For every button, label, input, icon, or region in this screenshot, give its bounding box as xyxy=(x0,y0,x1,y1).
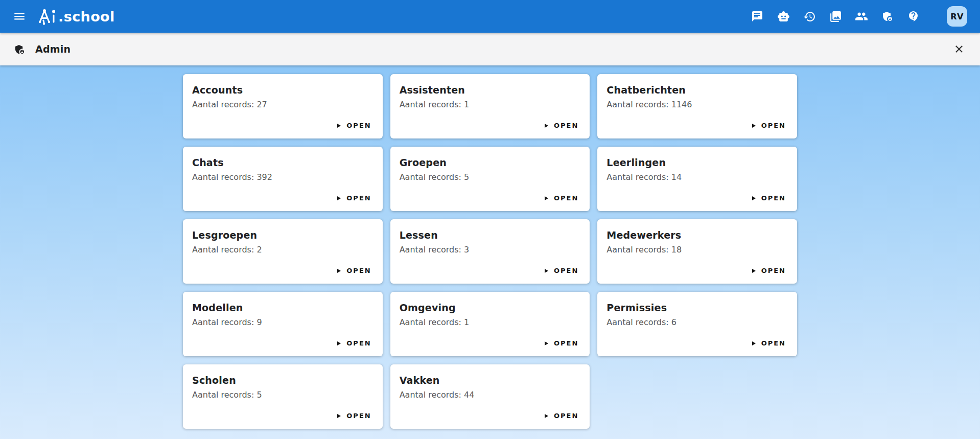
close-button[interactable] xyxy=(951,41,967,57)
card-record-count: Aantal records: 2 xyxy=(192,245,374,255)
robot-icon xyxy=(777,10,790,23)
play-arrow-icon xyxy=(752,124,756,128)
open-button[interactable]: OPEN xyxy=(540,335,584,351)
open-button-label: OPEN xyxy=(761,339,786,347)
card-record-count: Aantal records: 27 xyxy=(192,100,374,109)
app-logo[interactable]: .school xyxy=(37,7,115,26)
open-button-label: OPEN xyxy=(346,122,371,129)
open-button[interactable]: OPEN xyxy=(332,335,376,351)
open-button[interactable]: OPEN xyxy=(332,118,376,133)
play-arrow-icon xyxy=(337,269,341,273)
logo-text: .school xyxy=(58,10,115,24)
admin-card: Chats Aantal records: 392 OPEN xyxy=(183,147,383,211)
admin-header-bar: Admin xyxy=(0,33,980,65)
open-button-label: OPEN xyxy=(346,267,371,274)
open-button-label: OPEN xyxy=(761,122,786,129)
card-record-count: Aantal records: 44 xyxy=(400,390,581,400)
play-arrow-icon xyxy=(545,124,548,128)
assistant-robot-button[interactable] xyxy=(777,10,790,23)
close-icon xyxy=(953,43,965,55)
open-button[interactable]: OPEN xyxy=(747,335,791,351)
play-arrow-icon xyxy=(337,124,341,128)
open-button-label: OPEN xyxy=(554,194,578,202)
ai-logo-glyph xyxy=(37,7,58,26)
card-record-count: Aantal records: 392 xyxy=(192,172,374,182)
card-title: Scholen xyxy=(192,375,374,386)
card-record-count: Aantal records: 1146 xyxy=(606,100,788,109)
card-title: Assistenten xyxy=(400,84,581,96)
card-title: Groepen xyxy=(400,157,581,168)
photo-library-icon xyxy=(829,10,842,23)
open-button[interactable]: OPEN xyxy=(747,190,791,206)
menu-button[interactable] xyxy=(10,7,29,26)
card-title: Omgeving xyxy=(400,302,581,313)
open-button-label: OPEN xyxy=(554,122,578,129)
user-avatar[interactable]: RV xyxy=(947,6,967,27)
open-button[interactable]: OPEN xyxy=(747,118,791,133)
topbar-icon-group: RV xyxy=(751,6,967,27)
open-button[interactable]: OPEN xyxy=(540,408,584,424)
admin-card: Permissies Aantal records: 6 OPEN xyxy=(597,292,797,356)
card-title: Leerlingen xyxy=(606,157,788,168)
open-button[interactable]: OPEN xyxy=(332,408,376,424)
help-icon xyxy=(907,10,920,22)
chat-icon xyxy=(751,10,763,22)
open-button-label: OPEN xyxy=(761,267,786,274)
card-record-count: Aantal records: 9 xyxy=(192,317,374,327)
history-button[interactable] xyxy=(803,10,816,23)
open-button[interactable]: OPEN xyxy=(332,263,376,279)
play-arrow-icon xyxy=(752,196,756,200)
open-button-label: OPEN xyxy=(346,194,371,202)
card-record-count: Aantal records: 5 xyxy=(400,172,581,182)
play-arrow-icon xyxy=(337,341,341,345)
card-title: Chatberichten xyxy=(606,84,788,96)
card-title: Medewerkers xyxy=(606,229,788,241)
play-arrow-icon xyxy=(545,269,548,273)
page-title: Admin xyxy=(35,43,71,55)
help-button[interactable] xyxy=(907,10,920,23)
play-arrow-icon xyxy=(337,196,341,200)
open-button-label: OPEN xyxy=(554,267,578,274)
admin-card: Lesgroepen Aantal records: 2 OPEN xyxy=(183,219,383,284)
admin-shield-icon-dark xyxy=(14,43,26,55)
play-arrow-icon xyxy=(752,269,756,273)
play-arrow-icon xyxy=(752,341,756,345)
open-button[interactable]: OPEN xyxy=(747,263,791,279)
card-record-count: Aantal records: 6 xyxy=(606,317,788,327)
card-record-count: Aantal records: 18 xyxy=(606,245,788,255)
admin-card: Omgeving Aantal records: 1 OPEN xyxy=(390,292,590,356)
photo-library-button[interactable] xyxy=(829,10,842,23)
admin-card: Accounts Aantal records: 27 OPEN xyxy=(183,74,383,138)
open-button-label: OPEN xyxy=(346,339,371,347)
history-icon xyxy=(803,10,816,23)
open-button[interactable]: OPEN xyxy=(540,118,584,133)
admin-card: Lessen Aantal records: 3 OPEN xyxy=(390,219,590,284)
admin-card: Assistenten Aantal records: 1 OPEN xyxy=(390,74,590,138)
card-record-count: Aantal records: 14 xyxy=(606,172,788,182)
play-arrow-icon xyxy=(545,341,548,345)
card-title: Permissies xyxy=(606,302,788,313)
admin-card: Modellen Aantal records: 9 OPEN xyxy=(183,292,383,356)
top-app-bar: .school xyxy=(0,0,980,33)
people-icon xyxy=(855,10,868,23)
play-arrow-icon xyxy=(337,414,341,418)
card-record-count: Aantal records: 1 xyxy=(400,100,581,109)
open-button[interactable]: OPEN xyxy=(540,190,584,206)
admin-card: Leerlingen Aantal records: 14 OPEN xyxy=(597,147,797,211)
people-button[interactable] xyxy=(855,10,868,23)
card-title: Vakken xyxy=(400,375,581,386)
admin-content-area: Accounts Aantal records: 27 OPEN Assiste… xyxy=(0,65,980,439)
admin-panel-button[interactable] xyxy=(881,10,894,23)
card-title: Lesgroepen xyxy=(192,229,374,241)
chat-button[interactable] xyxy=(751,10,764,23)
cards-grid: Accounts Aantal records: 27 OPEN Assiste… xyxy=(183,65,797,429)
open-button[interactable]: OPEN xyxy=(540,263,584,279)
admin-card: Medewerkers Aantal records: 18 OPEN xyxy=(597,219,797,284)
card-record-count: Aantal records: 3 xyxy=(400,245,581,255)
admin-card: Chatberichten Aantal records: 1146 OPEN xyxy=(597,74,797,138)
admin-card: Groepen Aantal records: 5 OPEN xyxy=(390,147,590,211)
card-title: Chats xyxy=(192,157,374,168)
open-button[interactable]: OPEN xyxy=(332,190,376,206)
card-record-count: Aantal records: 1 xyxy=(400,317,581,327)
card-record-count: Aantal records: 5 xyxy=(192,390,374,400)
